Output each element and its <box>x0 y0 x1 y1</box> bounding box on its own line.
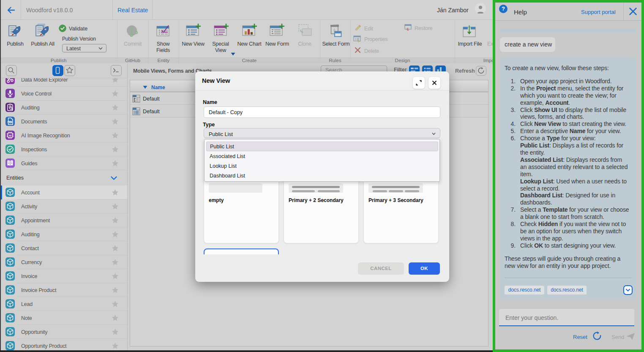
svg-text:AI: AI <box>9 134 11 137</box>
svg-text:DOC: DOC <box>8 121 12 123</box>
